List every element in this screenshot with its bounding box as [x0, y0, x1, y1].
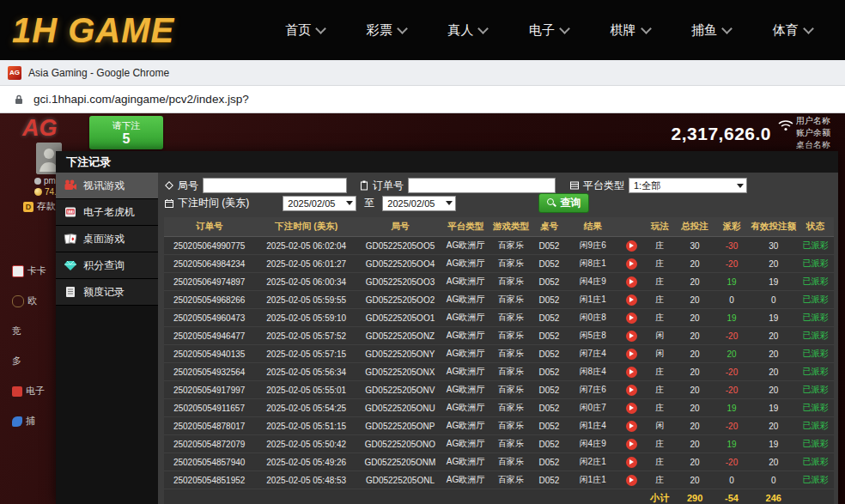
order-input[interactable] [408, 178, 556, 193]
replay-button[interactable] [626, 367, 637, 378]
column-header: 桌号 [532, 217, 566, 237]
cell-game: 百家乐 [489, 237, 532, 255]
person-icon [34, 178, 41, 185]
cell-replay [619, 273, 642, 291]
slot-icon [12, 386, 22, 397]
cell-platform: AG欧洲厅 [442, 255, 489, 273]
casino-item-电子[interactable]: 电子 [0, 376, 55, 406]
replay-button[interactable] [626, 240, 637, 252]
cell-total-bet: 20 [677, 453, 714, 471]
filter-row-1: 局号 订单号 平台类型 1:全部 [164, 178, 834, 193]
cell-total-bet: 20 [677, 273, 714, 291]
deposit-button[interactable]: D 存款 [23, 200, 56, 213]
cell-time: 2025-02-05 05:51:15 [254, 417, 358, 435]
cell-result: 闲9庄6 [566, 237, 619, 255]
filter-row-2: 下注时间 (美东) 2025/02/05 至 2025/02/05 查询 [164, 193, 834, 213]
play-icon [629, 333, 634, 338]
cell-valid-bet: 0 [750, 471, 797, 489]
table-row: 2502050548519522025-02-05 05:48:53GD0522… [164, 471, 834, 489]
replay-button[interactable] [626, 313, 637, 324]
nav-item-电子[interactable]: 电子 [529, 22, 568, 39]
cell-round: GD05225205OO2 [358, 291, 442, 309]
nav-item-彩票[interactable]: 彩票 [367, 22, 406, 39]
casino-item-捕[interactable]: 捕 [0, 406, 55, 436]
cell-round: GD05225205ONX [358, 363, 442, 381]
cell-payout: 20 [714, 345, 751, 363]
nav-item-棋牌[interactable]: 棋牌 [611, 22, 650, 39]
menu-item-积分查询[interactable]: 积分查询 [56, 252, 158, 279]
cell-table: D052 [532, 417, 566, 435]
cell-payout: -20 [714, 255, 751, 273]
cell-total-bet: 20 [677, 309, 714, 327]
browser-addressbar[interactable]: gci.1hhapi.com/agingame/pcv2/index.jsp? [0, 86, 845, 113]
play-icon [629, 441, 634, 446]
cell-time: 2025-02-05 06:01:27 [254, 255, 358, 273]
coin-icon [34, 188, 42, 196]
replay-button[interactable] [626, 276, 637, 288]
menu-item-label: 积分查询 [83, 258, 125, 273]
slot-machine-icon: 777 [64, 205, 77, 219]
chevron-down-icon [478, 23, 489, 34]
cell-order: 250205064984234 [164, 255, 254, 273]
cell-time: 2025-02-05 06:02:04 [254, 237, 358, 255]
replay-button[interactable] [626, 331, 637, 342]
date-to-select[interactable]: 2025/02/05 [382, 196, 456, 211]
casino-sidebar-items: 卡卡欧竞多电子捕 [0, 256, 55, 436]
date-from-select[interactable]: 2025/02/05 [283, 196, 356, 211]
replay-button[interactable] [626, 475, 637, 486]
round-input[interactable] [203, 178, 347, 193]
subtotal-valid-bet: 246 [750, 489, 797, 504]
casino-item-欧[interactable]: 欧 [0, 286, 55, 316]
play-icon [629, 405, 634, 410]
cell-game: 百家乐 [489, 345, 532, 363]
menu-item-桌面游戏[interactable]: 桌面游戏 [56, 226, 158, 252]
nav-item-捕鱼[interactable]: 捕鱼 [691, 22, 731, 39]
replay-button[interactable] [626, 403, 637, 414]
cell-platform: AG欧洲厅 [442, 363, 489, 381]
menu-item-视讯游戏[interactable]: 视讯游戏 [56, 173, 158, 199]
cell-payout: 0 [714, 291, 751, 309]
cell-table: D052 [532, 399, 566, 417]
chevron-down-icon [641, 23, 652, 34]
casino-item-多[interactable]: 多 [0, 346, 55, 376]
column-header: 下注时间 (美东) [254, 217, 358, 237]
search-button[interactable]: 查询 [538, 193, 589, 213]
cell-payout: 0 [714, 471, 751, 489]
menu-item-label: 桌面游戏 [83, 232, 125, 246]
casino-item-竞[interactable]: 竞 [0, 316, 55, 346]
bet-table-body: 2502050649907752025-02-05 06:02:04GD0522… [164, 237, 834, 504]
replay-button[interactable] [626, 349, 637, 360]
cell-play: 庄 [643, 291, 677, 309]
legend-line: 用户名称 [796, 115, 844, 127]
replay-button[interactable] [626, 258, 637, 270]
nav-item-体育[interactable]: 体育 [773, 22, 812, 39]
replay-button[interactable] [626, 457, 637, 468]
menu-item-电子老虎机[interactable]: 777电子老虎机 [56, 199, 158, 226]
casino-item-label: 多 [12, 355, 21, 367]
cell-table: D052 [532, 345, 566, 363]
cell-payout: -20 [714, 381, 751, 399]
replay-button[interactable] [626, 385, 637, 396]
cell-replay [619, 237, 642, 255]
cell-status: 已派彩 [797, 417, 834, 435]
cell-valid-bet: 20 [750, 381, 797, 399]
cell-total-bet: 20 [677, 291, 714, 309]
nav-item-真人[interactable]: 真人 [447, 22, 487, 39]
cell-platform: AG欧洲厅 [442, 237, 489, 255]
cell-result: 闲4庄9 [566, 435, 619, 453]
browser-titlebar[interactable]: AG Asia Gaming - Google Chrome [0, 60, 845, 86]
legend-line: 桌台名称 [796, 139, 844, 151]
menu-item-额度记录[interactable]: 额度记录 [56, 279, 158, 306]
cell-time: 2025-02-05 05:49:26 [254, 453, 358, 471]
nav-item-首页[interactable]: 首页 [285, 22, 325, 39]
platform-select[interactable]: 1:全部 [629, 178, 747, 193]
round-label: 局号 [178, 179, 198, 193]
cell-total-bet: 20 [677, 255, 714, 273]
cell-platform: AG欧洲厅 [442, 327, 489, 345]
replay-button[interactable] [626, 295, 637, 306]
replay-button[interactable] [626, 439, 637, 450]
casino-item-卡卡[interactable]: 卡卡 [0, 256, 55, 286]
cell-valid-bet: 20 [750, 345, 797, 363]
replay-button[interactable] [626, 421, 637, 432]
cell-payout: 19 [714, 399, 751, 417]
